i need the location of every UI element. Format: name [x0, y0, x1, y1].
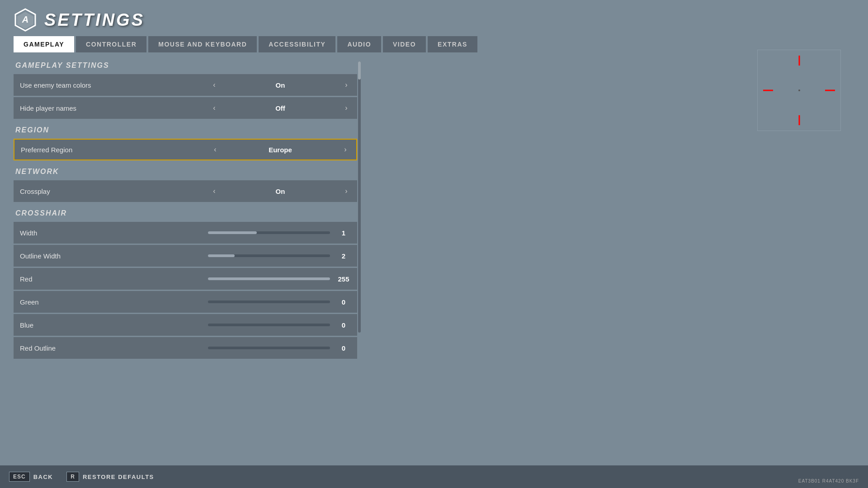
restore-defaults-button[interactable]: R RESTORE DEFAULTS	[66, 472, 154, 482]
red-outline-row: Red Outline 0	[14, 337, 357, 359]
use-enemy-team-colors-label: Use enemy team colors	[18, 81, 208, 89]
crossplay-value: On	[224, 188, 336, 195]
blue-slider-track[interactable]	[208, 324, 330, 326]
back-button[interactable]: ESC BACK	[9, 472, 53, 482]
red-outline-slider-container: 0	[208, 344, 353, 352]
network-title: NETWORK	[14, 168, 357, 176]
preferred-region-value: Europe	[225, 146, 335, 154]
preferred-region-control: ‹ Europe ›	[209, 142, 352, 157]
use-enemy-team-colors-row: Use enemy team colors ‹ On ›	[14, 74, 357, 96]
tab-gameplay[interactable]: GAMEPLAY	[14, 36, 74, 52]
restore-label: RESTORE DEFAULTS	[83, 474, 154, 480]
crosshair-left-line	[763, 90, 773, 91]
hide-player-names-label: Hide player names	[18, 104, 208, 112]
gameplay-settings-section: GAMEPLAY SETTINGS Use enemy team colors …	[14, 61, 357, 119]
crosshair-preview	[758, 50, 840, 131]
green-row: Green 0	[14, 291, 357, 313]
tab-video[interactable]: VIDEO	[383, 36, 426, 52]
use-enemy-team-colors-right-btn[interactable]: ›	[340, 78, 353, 92]
back-key-badge: ESC	[9, 472, 30, 482]
crosshair-right-line	[825, 90, 835, 91]
crosshair-center-dot	[798, 89, 800, 91]
width-label: Width	[18, 229, 208, 237]
red-slider-container: 255	[208, 275, 353, 283]
width-slider-container: 1	[208, 229, 353, 237]
preferred-region-left-btn[interactable]: ‹	[209, 142, 222, 157]
page-title: SETTINGS	[44, 10, 145, 30]
red-slider-track[interactable]	[208, 277, 330, 280]
outline-width-row: Outline Width 2	[14, 245, 357, 267]
red-slider-fill	[208, 277, 330, 280]
tab-controller[interactable]: CONTROLLER	[76, 36, 146, 52]
header: A SETTINGS	[0, 0, 868, 36]
footer: ESC BACK R RESTORE DEFAULTS EAT3B01 R4AT…	[0, 465, 868, 488]
green-value: 0	[335, 298, 353, 306]
nav-tabs: GAMEPLAY CONTROLLER MOUSE AND KEYBOARD A…	[0, 36, 868, 52]
crosshair-section: CROSSHAIR Width 1 Outline Width	[14, 209, 357, 359]
width-slider-track[interactable]	[208, 231, 330, 234]
crossplay-row: Crossplay ‹ On ›	[14, 180, 357, 202]
outline-width-slider-container: 2	[208, 252, 353, 260]
blue-row: Blue 0	[14, 314, 357, 336]
crossplay-left-btn[interactable]: ‹	[208, 184, 221, 198]
gameplay-settings-title: GAMEPLAY SETTINGS	[14, 61, 357, 70]
width-row: Width 1	[14, 222, 357, 244]
logo: A	[14, 8, 37, 32]
width-value: 1	[335, 229, 353, 237]
outline-width-label: Outline Width	[18, 252, 208, 260]
preferred-region-row: Preferred Region ‹ Europe ›	[14, 139, 357, 160]
width-slider-fill	[208, 231, 257, 234]
region-section: REGION Preferred Region ‹ Europe ›	[14, 126, 357, 160]
green-slider-container: 0	[208, 298, 353, 306]
hide-player-names-right-btn[interactable]: ›	[340, 101, 353, 115]
blue-slider-container: 0	[208, 321, 353, 329]
crosshair-preview-panel	[757, 50, 841, 131]
hide-player-names-row: Hide player names ‹ Off ›	[14, 97, 357, 119]
crosshair-bottom-line	[798, 115, 800, 125]
blue-value: 0	[335, 321, 353, 329]
hide-player-names-control: ‹ Off ›	[208, 101, 353, 115]
region-title: REGION	[14, 126, 357, 134]
use-enemy-team-colors-value: On	[224, 81, 336, 89]
tab-accessibility[interactable]: ACCESSIBILITY	[259, 36, 335, 52]
red-label: Red	[18, 275, 208, 283]
restore-key-badge: R	[66, 472, 79, 482]
hide-player-names-value: Off	[224, 104, 336, 112]
outline-width-slider-fill	[208, 254, 235, 257]
use-enemy-team-colors-left-btn[interactable]: ‹	[208, 78, 221, 92]
settings-panel: GAMEPLAY SETTINGS Use enemy team colors …	[14, 61, 357, 362]
back-label: BACK	[33, 474, 53, 480]
svg-text:A: A	[22, 14, 28, 24]
tab-extras[interactable]: EXTRAS	[428, 36, 477, 52]
preferred-region-label: Preferred Region	[19, 146, 209, 154]
green-label: Green	[18, 298, 208, 306]
outline-width-slider-track[interactable]	[208, 254, 330, 257]
red-outline-value: 0	[335, 344, 353, 352]
red-row: Red 255	[14, 268, 357, 290]
red-outline-slider-track[interactable]	[208, 347, 330, 349]
main-content: GAMEPLAY SETTINGS Use enemy team colors …	[0, 61, 868, 362]
version-info: EAT3B01 R4AT420 BK3F	[798, 479, 859, 483]
crossplay-control: ‹ On ›	[208, 184, 353, 198]
use-enemy-team-colors-control: ‹ On ›	[208, 78, 353, 92]
scroll-thumb	[358, 61, 361, 80]
green-slider-track[interactable]	[208, 300, 330, 303]
hide-player-names-left-btn[interactable]: ‹	[208, 101, 221, 115]
tab-mouse-keyboard[interactable]: MOUSE AND KEYBOARD	[148, 36, 257, 52]
crossplay-label: Crossplay	[18, 188, 208, 195]
red-value: 255	[335, 275, 353, 283]
crosshair-top-line	[798, 56, 800, 66]
tab-audio[interactable]: AUDIO	[337, 36, 381, 52]
preferred-region-right-btn[interactable]: ›	[339, 142, 352, 157]
network-section: NETWORK Crossplay ‹ On ›	[14, 168, 357, 202]
crosshair-title: CROSSHAIR	[14, 209, 357, 217]
scroll-track[interactable]	[358, 61, 361, 333]
red-outline-label: Red Outline	[18, 344, 208, 352]
blue-label: Blue	[18, 321, 208, 329]
crossplay-right-btn[interactable]: ›	[340, 184, 353, 198]
outline-width-value: 2	[335, 252, 353, 260]
